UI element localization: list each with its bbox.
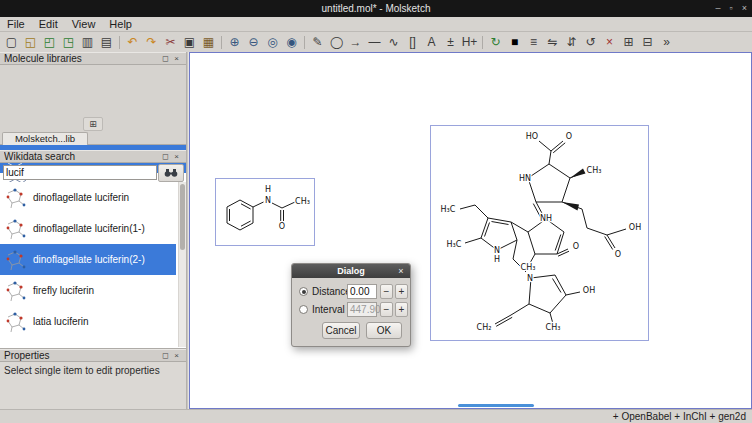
- atom-label: H₃C: [441, 205, 456, 214]
- dialog-close-icon[interactable]: ×: [395, 264, 407, 278]
- flip-vertical-button[interactable]: ⇵: [563, 34, 580, 51]
- zoom-original-button[interactable]: ◉: [283, 34, 300, 51]
- atom-label: HN: [519, 174, 531, 183]
- float-panel-icon[interactable]: ◻: [160, 350, 171, 361]
- zoom-out-button[interactable]: ⊖: [245, 34, 262, 51]
- close-panel-icon[interactable]: ×: [171, 151, 182, 162]
- dialog-title: Dialog: [292, 264, 410, 278]
- zoom-fit-button[interactable]: ◎: [264, 34, 281, 51]
- atom-label: N: [494, 246, 500, 255]
- table-tool-button[interactable]: ⊟: [639, 34, 656, 51]
- atom-label: H: [494, 255, 500, 264]
- wikidata-item-dinoflagellate-luciferin-2[interactable]: dinoflagellate luciferin(2-): [0, 244, 176, 275]
- draw-tool-button[interactable]: ✎: [309, 34, 326, 51]
- atom-label: O: [279, 222, 285, 231]
- distance-radio[interactable]: [299, 287, 308, 296]
- acetanilide-structure: H N O CH₃: [216, 179, 314, 245]
- text-tool-button[interactable]: A: [423, 34, 440, 51]
- scrollbar-thumb[interactable]: [180, 184, 185, 250]
- close-panel-icon[interactable]: ×: [171, 53, 182, 64]
- redo-button[interactable]: ↷: [143, 34, 160, 51]
- distance-decrement-button[interactable]: −: [380, 284, 393, 299]
- ring-tool-button[interactable]: ◯: [328, 34, 345, 51]
- libraries-toolbar: ⊞: [0, 117, 186, 131]
- interval-increment-button[interactable]: +: [395, 302, 408, 317]
- structure-thumbnail-icon: [3, 309, 29, 335]
- line-tool-button[interactable]: —: [366, 34, 383, 51]
- paste-button[interactable]: ▦: [200, 34, 217, 51]
- close-icon[interactable]: ×: [742, 0, 747, 17]
- menu-view[interactable]: View: [65, 18, 103, 31]
- atom-label: CH₃: [587, 166, 602, 175]
- menu-help[interactable]: Help: [102, 18, 139, 31]
- distance-row: Distance 0.00 − +: [292, 284, 410, 300]
- distance-increment-button[interactable]: +: [395, 284, 408, 299]
- save-document-button[interactable]: ◰: [41, 34, 58, 51]
- print-document-button[interactable]: ▤: [98, 34, 115, 51]
- charge-tool-button[interactable]: ±: [442, 34, 459, 51]
- atom-label: CH₂: [477, 323, 492, 332]
- overflow-menu-button[interactable]: »: [658, 34, 675, 51]
- search-button[interactable]: [158, 164, 184, 182]
- wikidata-panel-header: Wikidata search ◻ ×: [0, 150, 186, 163]
- properties-panel-header: Properties ◻ ×: [0, 349, 186, 362]
- flip-horizontal-button[interactable]: ⇋: [544, 34, 561, 51]
- toolbar-separator: [304, 36, 305, 49]
- structure-thumbnail-icon: [3, 216, 29, 242]
- bracket-tool-button[interactable]: []: [404, 34, 421, 51]
- maximize-icon[interactable]: ▫: [730, 0, 733, 17]
- line-width-button[interactable]: ≡: [525, 34, 542, 51]
- wikidata-item-dinoflagellate-luciferin-1[interactable]: dinoflagellate luciferin(1-): [0, 213, 176, 244]
- export-image-button[interactable]: ▥: [79, 34, 96, 51]
- new-document-button[interactable]: ▢: [3, 34, 20, 51]
- minimize-icon[interactable]: –: [716, 0, 721, 17]
- close-panel-icon[interactable]: ×: [171, 350, 182, 361]
- wikidata-item-latia-luciferin[interactable]: latia luciferin: [0, 306, 176, 337]
- float-panel-icon[interactable]: ◻: [160, 53, 171, 64]
- interval-value-field[interactable]: 447.90: [347, 302, 377, 317]
- color-picker-button[interactable]: ■: [506, 34, 523, 51]
- dialog-window: Dialog × Distance 0.00 − + Interval 447.…: [291, 263, 411, 347]
- wikidata-item-dinoflagellate-luciferin[interactable]: dinoflagellate luciferin: [0, 182, 176, 213]
- molecule-luciferin[interactable]: HO O HN CH₃ OH O NH O CH₃ N H H₃C H₃C N …: [430, 125, 649, 341]
- cut-button[interactable]: ✂: [162, 34, 179, 51]
- rotate-tool-button[interactable]: ↺: [582, 34, 599, 51]
- mechanism-arrow-button[interactable]: ∿: [385, 34, 402, 51]
- add-library-button[interactable]: ⊞: [83, 117, 103, 131]
- ok-button[interactable]: OK: [366, 322, 402, 339]
- undo-button[interactable]: ↶: [124, 34, 141, 51]
- wikidata-item-firefly-luciferin[interactable]: firefly luciferin: [0, 275, 176, 306]
- atom-label: CH₃: [546, 323, 561, 332]
- optimize-structure-button[interactable]: ↻: [487, 34, 504, 51]
- cancel-button[interactable]: Cancel: [322, 322, 360, 339]
- search-input[interactable]: [3, 165, 157, 180]
- zoom-in-button[interactable]: ⊕: [226, 34, 243, 51]
- tab-molsketch-lib[interactable]: Molsketch...lib: [2, 132, 88, 145]
- interval-radio[interactable]: [299, 305, 308, 314]
- reaction-arrow-button[interactable]: →: [347, 34, 364, 51]
- library-tab-bar: Molsketch...lib: [0, 131, 186, 145]
- hydrogen-tool-button[interactable]: H+: [461, 34, 478, 51]
- structure-thumbnail-icon: [3, 247, 29, 273]
- interval-decrement-button[interactable]: −: [380, 302, 393, 317]
- atom-label: H: [265, 185, 271, 194]
- wikidata-result-list: dinoflagellate luciferin dinoflagella: [0, 182, 186, 349]
- open-document-button[interactable]: ◱: [22, 34, 39, 51]
- distance-value-field[interactable]: 0.00: [347, 284, 377, 299]
- libraries-panel-title: Molecule libraries: [4, 53, 160, 64]
- float-panel-icon[interactable]: ◻: [160, 151, 171, 162]
- canvas-horizontal-scrollbar-thumb[interactable]: [458, 404, 534, 407]
- delete-tool-button[interactable]: ×: [601, 34, 618, 51]
- save-as-document-button[interactable]: ◳: [60, 34, 77, 51]
- molecule-acetanilide[interactable]: H N O CH₃: [215, 178, 315, 246]
- window-title: untitled.mol* - Molsketch: [0, 0, 752, 17]
- menu-file[interactable]: File: [0, 18, 32, 31]
- atom-label: CH₃: [521, 263, 536, 272]
- menu-edit[interactable]: Edit: [32, 18, 65, 31]
- atom-label: OH: [629, 223, 641, 232]
- window-titlebar: untitled.mol* - Molsketch – ▫ ×: [0, 0, 752, 17]
- drawing-canvas[interactable]: H N O CH₃: [189, 52, 752, 409]
- copy-button[interactable]: ▣: [181, 34, 198, 51]
- interval-label: Interval: [312, 304, 345, 315]
- align-tool-button[interactable]: ⊞: [620, 34, 637, 51]
